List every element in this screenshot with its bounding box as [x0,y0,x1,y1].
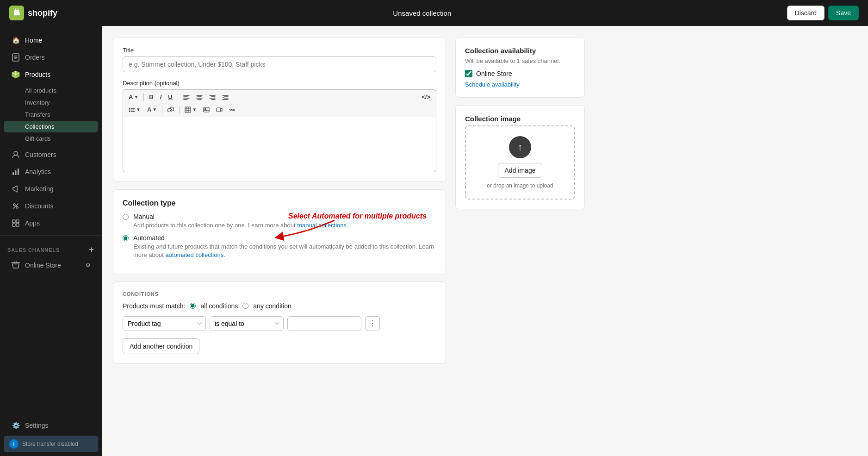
sidebar-item-analytics[interactable]: Analytics [4,163,98,180]
availability-subtitle: Will be available to 1 sales channel. [465,57,575,64]
toolbar-italic[interactable]: I [157,92,165,102]
store-transfer-status: i Store transfer disabled [4,436,98,452]
collection-type-card: Collection type Select Automated for mul… [113,189,446,274]
svg-rect-8 [12,220,15,223]
svg-point-20 [232,109,233,110]
products-submenu: All products Inventory Transfers Collect… [0,83,102,146]
automated-collections-link[interactable]: automated collections [165,251,223,258]
svg-point-17 [205,108,206,110]
sidebar-item-apps[interactable]: Apps [4,215,98,231]
sidebar-item-settings[interactable]: ⚙️ Settings [4,417,98,434]
manual-desc: Add products to this collection one by o… [133,221,348,230]
conditions-card: CONDITIONS Products must match: all cond… [113,281,446,364]
automated-label[interactable]: Automated [133,234,165,242]
all-conditions-radio[interactable] [190,303,196,309]
sidebar-item-products[interactable]: Products [4,66,98,83]
online-store-settings-icon[interactable]: ⚙ [86,262,91,269]
sidebar-item-gift-cards[interactable]: Gift cards [4,133,98,144]
svg-point-7 [16,206,18,208]
svg-rect-9 [16,220,19,223]
logo-text: shopify [28,8,57,18]
sidebar-item-inventory[interactable]: Inventory [4,97,98,108]
topbar-actions: Discard Save [787,6,859,20]
toolbar-indent[interactable] [219,92,231,102]
condition-value-input[interactable] [287,316,361,331]
any-condition-label[interactable]: any condition [253,302,291,310]
match-label: Products must match: [123,302,185,310]
manual-collections-link[interactable]: manual collections [297,222,347,229]
condition-operator-select[interactable]: is equal to is not equal to starts with … [210,316,284,331]
toolbar-table[interactable]: ▼ [182,105,199,115]
toolbar-font-size[interactable]: A ▼ [126,92,141,102]
svg-rect-11 [16,224,19,226]
toolbar-underline[interactable]: U [165,92,175,102]
toolbar-list[interactable]: ▼ [126,105,143,115]
analytics-icon [11,167,20,176]
toolbar-image[interactable] [200,105,212,115]
condition-row-1: Product tag Product title Product type P… [123,316,436,331]
online-store-checkbox[interactable] [465,70,472,77]
add-image-button[interactable]: Add image [498,163,543,178]
toolbar-video[interactable] [213,105,225,115]
content-left: Title Description (optional) A ▼ B I U [113,37,446,445]
all-conditions-label[interactable]: all conditions [200,302,238,310]
collection-type-title: Collection type [123,199,436,207]
collection-image-card: Collection image ↑ Add image or drop an … [455,105,585,209]
sidebar-item-online-store[interactable]: Online Store ⚙ [4,257,98,274]
automated-desc: Existing and future products that match … [133,243,436,259]
image-upload-area[interactable]: ↑ Add image or drop an image to upload [465,125,575,200]
svg-point-2 [14,151,18,155]
add-sales-channel-icon[interactable]: + [89,245,94,255]
add-condition-button[interactable]: Add another condition [123,338,199,354]
sidebar-item-all-products[interactable]: All products [4,85,98,96]
sidebar-item-home[interactable]: 🏠 Home [4,32,98,49]
manual-radio[interactable] [123,214,129,220]
sidebar-item-orders[interactable]: Orders [4,49,98,66]
svg-point-21 [234,109,235,110]
sidebar-item-customers[interactable]: Customers [4,146,98,163]
sidebar-item-marketing[interactable]: Marketing [4,181,98,197]
automated-radio[interactable] [123,235,129,241]
online-store-label[interactable]: Online Store [476,70,512,77]
settings-icon: ⚙️ [11,421,20,430]
svg-rect-15 [185,107,191,112]
toolbar-code[interactable]: </> [419,92,433,102]
shopify-logo: shopify [9,6,57,20]
sidebar-item-transfers[interactable]: Transfers [4,109,98,120]
svg-point-6 [13,204,15,206]
page-title: Unsaved collection [393,9,451,17]
svg-rect-5 [18,169,19,175]
store-transfer-icon: i [9,439,19,449]
manual-label[interactable]: Manual [133,213,155,220]
svg-rect-10 [12,224,15,226]
svg-rect-18 [217,108,221,112]
svg-point-12 [129,107,130,108]
marketing-icon [11,184,20,194]
title-description-card: Title Description (optional) A ▼ B I U [113,37,446,182]
sidebar-item-collections[interactable]: Collections [4,121,98,132]
description-editor[interactable] [123,117,436,172]
sidebar-item-discounts[interactable]: Discounts [4,198,98,214]
title-input[interactable] [123,56,436,72]
svg-rect-16 [204,107,209,112]
toolbar-bold[interactable]: B [146,92,156,102]
toolbar-align-left[interactable] [180,92,192,102]
toolbar-align-right[interactable] [206,92,218,102]
condition-more-options-button[interactable]: ⋮ [365,316,380,331]
toolbar-hr[interactable] [226,105,238,115]
save-button[interactable]: Save [828,6,859,20]
upload-hint: or drop an image to upload [487,182,553,189]
toolbar-text-color[interactable]: A ▼ [144,104,160,115]
topbar: shopify Unsaved collection Discard Save [0,0,868,26]
any-condition-radio[interactable] [242,303,248,309]
schedule-availability-link[interactable]: Schedule availability [465,81,575,88]
conditions-match-row: Products must match: all conditions any … [123,302,436,310]
condition-type-select[interactable]: Product tag Product title Product type P… [123,316,206,331]
editor-toolbar: A ▼ B I U [123,89,436,117]
availability-row: Online Store [465,70,575,77]
toolbar-align-center[interactable] [193,92,205,102]
toolbar-link[interactable] [165,106,177,114]
discard-button[interactable]: Discard [787,6,825,20]
shopify-bag-icon [9,6,24,20]
description-label: Description (optional) [123,80,436,87]
